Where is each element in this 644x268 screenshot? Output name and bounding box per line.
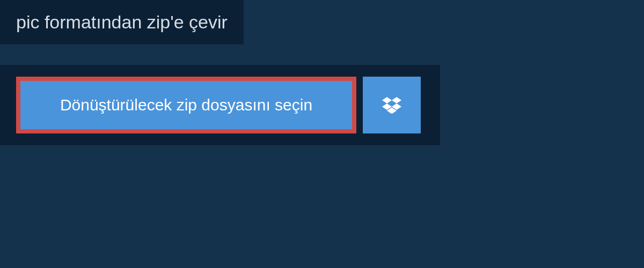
header-bar: pic formatından zip'e çevir [0,0,244,44]
content-area: Dönüştürülecek zip dosyasını seçin [0,65,440,145]
dropbox-icon [382,96,401,114]
dropbox-button[interactable] [363,77,421,133]
page-title: pic formatından zip'e çevir [16,12,228,33]
button-row: Dönüştürülecek zip dosyasını seçin [16,77,424,133]
select-file-button[interactable]: Dönüştürülecek zip dosyasını seçin [16,77,356,133]
select-file-label: Dönüştürülecek zip dosyasını seçin [60,96,312,114]
